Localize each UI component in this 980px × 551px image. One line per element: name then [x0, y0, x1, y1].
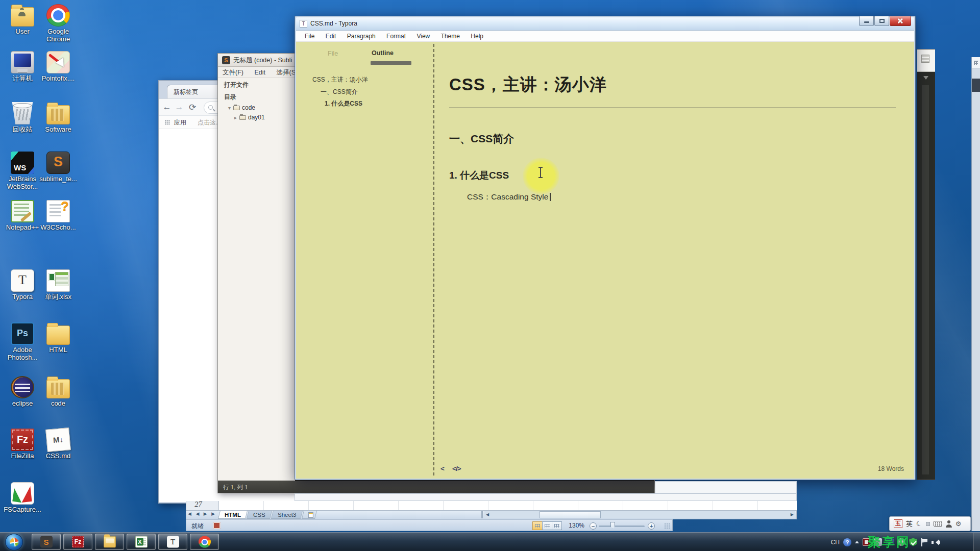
- background-window-scrollbar[interactable]: [971, 57, 980, 531]
- chevron-down-icon[interactable]: ▾: [228, 105, 233, 111]
- doc-heading-2[interactable]: 一、CSS简介: [449, 132, 514, 146]
- w3cschool-icon: [46, 200, 70, 222]
- page-break-view-button[interactable]: [552, 521, 562, 530]
- doc-paragraph[interactable]: CSS：Cascading Style: [467, 192, 551, 203]
- menu-view[interactable]: View: [412, 31, 434, 40]
- zoom-slider-thumb[interactable]: [610, 522, 615, 529]
- desktop-icon-code-folder[interactable]: code: [37, 376, 80, 408]
- close-icon: [898, 18, 903, 23]
- ime-wubi-button[interactable]: 五: [894, 519, 902, 528]
- back-icon[interactable]: ←: [162, 102, 172, 112]
- taskbar-button-chrome[interactable]: [190, 534, 219, 550]
- desktop-icon-chrome[interactable]: Google Chrome: [37, 4, 80, 43]
- show-hidden-icons-chevron[interactable]: [855, 539, 859, 543]
- taskbar-button-filezilla[interactable]: Fz: [63, 534, 92, 550]
- sublime-sidebar: 打开文件 目录 ▾code ▸day01: [218, 78, 295, 481]
- scroll-right-icon[interactable]: ▶: [791, 512, 794, 517]
- tab-scrollbar-divider[interactable]: [481, 511, 483, 518]
- doc-heading-3[interactable]: 1. 什么是CSS: [449, 169, 509, 182]
- reload-icon[interactable]: ⟳: [187, 102, 198, 113]
- desktop-icon-xlsx[interactable]: 单词.xlsx: [37, 269, 80, 301]
- sheet-tab-html[interactable]: HTML: [218, 511, 248, 519]
- source-mode-icon[interactable]: </>: [452, 465, 461, 472]
- desktop-icon-software[interactable]: Software: [37, 102, 80, 134]
- ime-english-button[interactable]: 英: [906, 519, 913, 529]
- chevron-right-icon[interactable]: ▸: [234, 115, 239, 120]
- scrollbar-top-button[interactable]: [972, 57, 980, 68]
- volume-speaker-icon[interactable]: [932, 538, 940, 546]
- windows-logo-icon: [9, 537, 19, 547]
- excel-window-fragment: [655, 481, 797, 493]
- menu-help[interactable]: Help: [466, 31, 488, 40]
- sidebar-toggle-icon[interactable]: <: [440, 465, 445, 472]
- desktop-icon-sublime[interactable]: sublime_te...: [37, 152, 80, 183]
- folder-icon: [239, 115, 246, 120]
- horizontal-scrollbar-track[interactable]: ◀ ▶: [484, 511, 795, 518]
- zoom-level-label[interactable]: 130%: [569, 522, 584, 529]
- menu-format[interactable]: Format: [382, 31, 410, 40]
- doc-paragraph-text: CSS：Cascading Style: [467, 192, 548, 201]
- minimize-button[interactable]: [859, 16, 874, 26]
- sublime-window-title: 无标题 (code) - Subli: [233, 57, 292, 64]
- tab-files[interactable]: File: [328, 50, 338, 57]
- scroll-down-arrow-icon[interactable]: [923, 76, 928, 82]
- taskbar-button-excel[interactable]: [127, 534, 156, 550]
- desktop-icon-css-md[interactable]: CSS.md: [37, 429, 80, 460]
- taskbar-button-explorer[interactable]: [95, 534, 124, 550]
- user-icon[interactable]: [946, 520, 952, 528]
- taskbar-button-typora[interactable]: T: [158, 534, 187, 550]
- moon-icon[interactable]: ☾: [915, 519, 923, 529]
- folders-header: 目录: [218, 90, 295, 103]
- page-layout-view-button[interactable]: [542, 521, 552, 530]
- sheet-tab-css[interactable]: CSS: [247, 511, 272, 519]
- sublime-icon: [46, 152, 70, 174]
- tab-outline[interactable]: Outline: [372, 49, 394, 57]
- show-desktop-button[interactable]: [973, 533, 980, 551]
- menu-file[interactable]: 文件(F): [218, 67, 248, 79]
- menu-file[interactable]: File: [300, 31, 319, 40]
- desktop-icon-pointofix[interactable]: Pointofix....: [37, 51, 80, 83]
- menu-paragraph[interactable]: Paragraph: [342, 31, 380, 40]
- folder-icon: [233, 106, 240, 110]
- ime-state-box[interactable]: [926, 522, 930, 526]
- desktop-icon-html-folder[interactable]: HTML: [37, 322, 80, 354]
- taskbar-button-sublime[interactable]: S: [32, 534, 61, 550]
- bookmark-apps[interactable]: 应用: [174, 118, 186, 127]
- desktop-icon-fscapture[interactable]: FSCapture...: [1, 482, 44, 514]
- action-center-flag-icon[interactable]: [921, 538, 928, 546]
- outline-item-h1[interactable]: CSS，主讲：汤小洋: [312, 76, 368, 84]
- typora-title-bar[interactable]: T CSS.md - Typora: [296, 17, 914, 31]
- sheet-tab-sheet3[interactable]: Sheet3: [271, 511, 303, 519]
- menu-theme[interactable]: Theme: [436, 31, 464, 40]
- zoom-slider-track[interactable]: [599, 525, 645, 527]
- tree-item-code[interactable]: ▾code: [218, 103, 295, 112]
- scroll-left-icon[interactable]: ◀: [486, 512, 489, 517]
- sublime-sliver-button[interactable]: [917, 49, 935, 72]
- close-button[interactable]: [890, 16, 911, 26]
- grid-icon: [974, 61, 978, 65]
- outline-item-h2[interactable]: 一、CSS简介: [321, 88, 358, 96]
- sheet-nav-arrows-icon[interactable]: ◀ ◀ ▶ ▶: [188, 511, 216, 516]
- insert-worksheet-button[interactable]: [302, 511, 317, 519]
- tools-icon[interactable]: ⚙: [955, 520, 962, 528]
- zoom-in-button[interactable]: +: [648, 522, 655, 530]
- tree-item-day01[interactable]: ▸day01: [218, 112, 295, 122]
- start-button[interactable]: [5, 534, 23, 550]
- maximize-button[interactable]: [874, 16, 889, 26]
- help-icon[interactable]: ?: [843, 538, 851, 546]
- zoom-out-button[interactable]: –: [590, 522, 597, 530]
- ready-status-label: 就绪: [191, 522, 204, 531]
- menu-edit[interactable]: Edit: [321, 31, 341, 40]
- forward-icon[interactable]: →: [174, 102, 184, 112]
- doc-heading-1[interactable]: CSS，主讲：汤小洋: [449, 73, 607, 96]
- outline-item-h3[interactable]: 1. 什么是CSS: [325, 99, 362, 108]
- normal-view-button[interactable]: [532, 521, 543, 530]
- desktop-icon-w3cschool[interactable]: W3CScho...: [37, 200, 80, 232]
- keyboard-icon[interactable]: [934, 521, 942, 527]
- horizontal-scrollbar-thumb[interactable]: [540, 511, 601, 518]
- language-indicator[interactable]: CH: [831, 539, 840, 546]
- macro-record-icon[interactable]: [213, 522, 220, 529]
- menu-edit[interactable]: Edit: [250, 67, 270, 78]
- scrollbar-thumb[interactable]: [972, 79, 980, 92]
- excel-cells[interactable]: [219, 501, 797, 510]
